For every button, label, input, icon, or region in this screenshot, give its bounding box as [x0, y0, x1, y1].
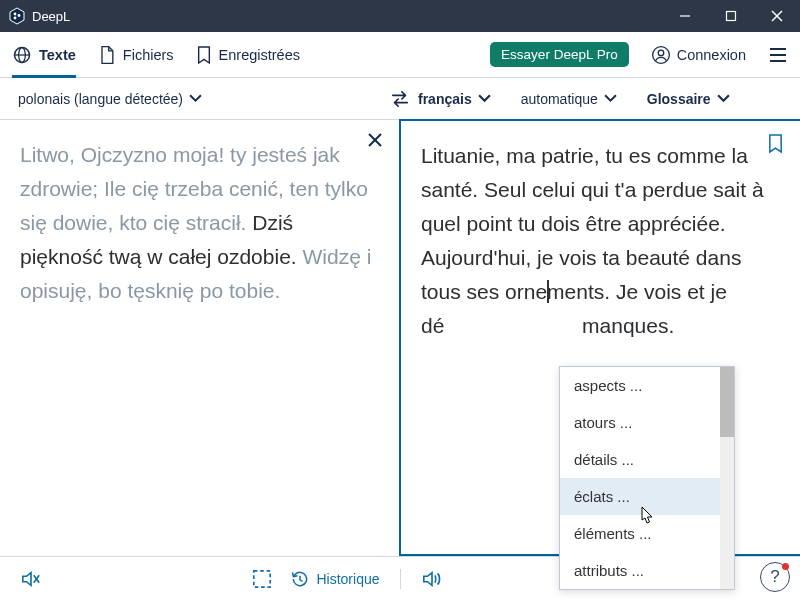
titlebar: DeepL: [0, 0, 800, 32]
mute-button[interactable]: [20, 569, 42, 589]
file-icon: [98, 45, 116, 65]
selection-icon: [252, 569, 272, 589]
swap-languages-button[interactable]: [383, 82, 417, 116]
history-button[interactable]: Historique: [290, 569, 379, 589]
select-button[interactable]: [252, 569, 272, 589]
source-panel[interactable]: Litwo, Ojczyzno moja! ty jesteś jak zdro…: [0, 120, 399, 556]
close-button[interactable]: [754, 0, 800, 32]
suggestion-item[interactable]: éclats ...: [560, 478, 720, 515]
help-button[interactable]: ?: [760, 562, 790, 592]
suggestion-item[interactable]: atours ...: [560, 404, 720, 441]
svg-point-2: [14, 13, 17, 16]
speak-button[interactable]: [421, 569, 443, 589]
svg-point-3: [18, 14, 21, 17]
chevron-down-icon: [604, 94, 617, 103]
speaker-icon: [421, 569, 443, 589]
target-language-label: français: [418, 91, 472, 107]
svg-point-4: [14, 17, 17, 20]
chevron-down-icon: [189, 94, 202, 103]
target-language-select[interactable]: français: [418, 91, 491, 107]
bookmark-icon: [196, 45, 212, 65]
login-label: Connexion: [677, 47, 746, 63]
try-pro-button[interactable]: Essayer DeepL Pro: [490, 42, 629, 67]
glossary-label: Glossaire: [647, 91, 711, 107]
bookmark-icon: [767, 133, 784, 154]
speaker-mute-icon: [20, 569, 42, 589]
globe-icon: [12, 45, 32, 65]
tab-text-label: Texte: [39, 47, 76, 63]
menu-icon: [768, 47, 788, 63]
target-text-seg3: manques.: [576, 314, 674, 337]
tab-files[interactable]: Fichiers: [98, 32, 174, 78]
source-text-seg1: Litwo, Ojczyzno moja! ty jesteś jak zdro…: [20, 143, 368, 234]
tab-saved[interactable]: Enregistrées: [196, 32, 300, 78]
maximize-button[interactable]: [708, 0, 754, 32]
app-logo: [8, 7, 26, 25]
chevron-down-icon: [478, 94, 491, 103]
chevron-down-icon: [717, 94, 730, 103]
app-title: DeepL: [32, 9, 70, 24]
login-button[interactable]: Connexion: [651, 45, 746, 65]
swap-icon: [389, 89, 411, 109]
mode-label: automatique: [521, 91, 598, 107]
svg-point-13: [658, 50, 664, 55]
suggestion-scroll-thumb[interactable]: [720, 367, 734, 437]
clear-source-button[interactable]: [367, 132, 383, 148]
language-row: polonais (langue détectée) français auto…: [0, 78, 800, 120]
source-language-label: polonais (langue détectée): [18, 91, 183, 107]
suggestion-item[interactable]: détails ...: [560, 441, 720, 478]
history-label: Historique: [316, 571, 379, 587]
svg-rect-21: [254, 570, 270, 586]
suggestion-item[interactable]: éléments ...: [560, 515, 720, 552]
bookmark-button[interactable]: [767, 133, 784, 154]
mode-select[interactable]: automatique: [521, 91, 617, 107]
svg-rect-6: [727, 12, 736, 21]
user-icon: [651, 45, 671, 65]
close-icon: [367, 132, 383, 148]
glossary-select[interactable]: Glossaire: [647, 91, 730, 107]
suggestion-popup: aspects ... atours ... détails ... éclat…: [559, 366, 735, 590]
suggestion-item[interactable]: attributs ...: [560, 552, 720, 589]
tab-saved-label: Enregistrées: [219, 47, 300, 63]
source-language-select[interactable]: polonais (langue détectée): [18, 91, 202, 107]
tab-text[interactable]: Texte: [12, 32, 76, 78]
suggestion-item[interactable]: aspects ...: [560, 367, 720, 404]
main-toolbar: Texte Fichiers Enregistrées Essayer Deep…: [0, 32, 800, 78]
menu-button[interactable]: [768, 47, 788, 63]
help-icon: ?: [770, 567, 779, 587]
tab-files-label: Fichiers: [123, 47, 174, 63]
history-icon: [290, 569, 310, 589]
minimize-button[interactable]: [662, 0, 708, 32]
